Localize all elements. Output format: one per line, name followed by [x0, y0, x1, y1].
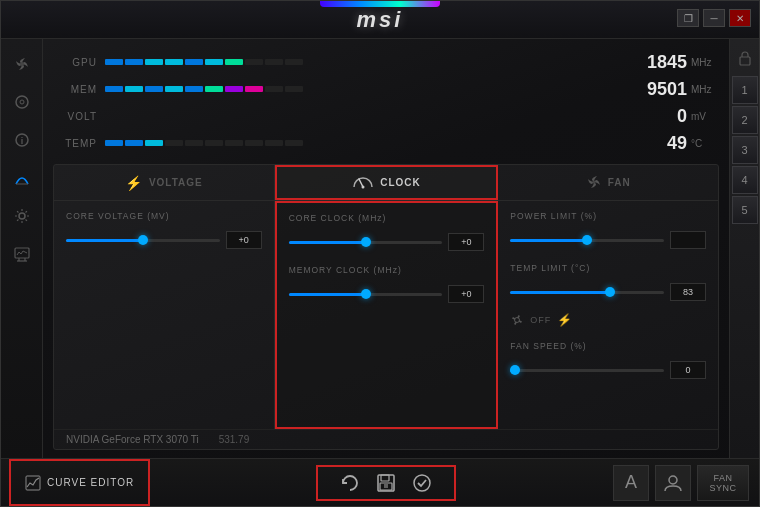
svg-point-0: [20, 62, 24, 66]
mem-clock-value-box[interactable]: +0: [448, 285, 484, 303]
bar-pip: [125, 86, 143, 92]
sidebar-item-monitor[interactable]: [5, 237, 39, 271]
apply-button[interactable]: [412, 473, 432, 493]
sidebar-item-settings[interactable]: [5, 199, 39, 233]
fan-off-label: OFF: [530, 315, 551, 325]
lock-icon: [732, 45, 758, 71]
bar-pip: [205, 59, 223, 65]
window-controls: ❐ ─ ✕: [677, 9, 751, 27]
bar-pip: [285, 86, 303, 92]
tab-fan[interactable]: FAN: [498, 165, 718, 200]
voltage-slider-track[interactable]: [66, 239, 220, 242]
voltage-slider-thumb[interactable]: [138, 235, 148, 245]
bar-pip: [165, 59, 183, 65]
curve-editor-button[interactable]: CURVE EDITOR: [9, 459, 150, 506]
bar-pip: [165, 86, 183, 92]
profile-2-button[interactable]: 2: [732, 106, 758, 134]
bar-pip: [225, 140, 243, 146]
curve-editor-label: CURVE EDITOR: [47, 477, 134, 488]
temp-monitor-row: TEMP 49 °C: [53, 132, 719, 154]
sidebar-item-profile[interactable]: [5, 85, 39, 119]
mem-label: MEM: [53, 84, 105, 95]
fan-settings-icon: [510, 313, 524, 327]
tab-voltage[interactable]: ⚡ VOLTAGE: [54, 165, 275, 200]
left-sidebar: i: [1, 39, 43, 458]
power-slider-fill: [510, 239, 587, 242]
fan-speed-slider-thumb[interactable]: [510, 365, 520, 375]
temp-slider-track[interactable]: [510, 291, 664, 294]
bar-pip: [225, 59, 243, 65]
volt-monitor-row: VOLT 0 mV: [53, 105, 719, 127]
minimize-button[interactable]: ─: [703, 9, 725, 27]
save-button[interactable]: [376, 473, 396, 493]
mem-clock-label: MEMORY CLOCK (MHz): [289, 265, 485, 275]
controls-grid: CORE VOLTAGE (MV) +0: [54, 201, 718, 429]
bar-pip: [225, 86, 243, 92]
mem-clock-slider-row: +0: [289, 285, 485, 303]
bar-pip: [145, 59, 163, 65]
power-slider-row: [510, 231, 706, 249]
tab-clock[interactable]: CLOCK: [275, 165, 499, 200]
core-clock-slider-fill: [289, 241, 366, 244]
controls-panel: ⚡ VOLTAGE CLOCK: [53, 164, 719, 450]
profile-1-button[interactable]: 1: [732, 76, 758, 104]
svg-point-22: [414, 475, 430, 491]
user-profile-button[interactable]: [655, 465, 691, 501]
temp-unit: °C: [689, 138, 719, 149]
temp-value: 49: [629, 133, 689, 154]
svg-point-1: [16, 96, 28, 108]
chart-icon: [25, 475, 41, 491]
fan-speed-value-box[interactable]: 0: [670, 361, 706, 379]
profile-3-button[interactable]: 3: [732, 136, 758, 164]
power-slider-track[interactable]: [510, 239, 664, 242]
bar-pip: [205, 140, 223, 146]
action-buttons-panel: [316, 465, 456, 501]
bar-pip: [245, 86, 263, 92]
close-button[interactable]: ✕: [729, 9, 751, 27]
profile-5-button[interactable]: 5: [732, 196, 758, 224]
profile-4-button[interactable]: 4: [732, 166, 758, 194]
temp-slider-thumb[interactable]: [605, 287, 615, 297]
core-clock-slider-thumb[interactable]: [361, 237, 371, 247]
voltage-value-box[interactable]: +0: [226, 231, 262, 249]
volt-label: VOLT: [53, 111, 105, 122]
power-value-box[interactable]: [670, 231, 706, 249]
fan-column: POWER LIMIT (%) TEMP LIMIT (°C): [498, 201, 718, 429]
restore-button[interactable]: ❐: [677, 9, 699, 27]
bar-pip: [205, 86, 223, 92]
mem-clock-slider-track[interactable]: [289, 293, 443, 296]
temp-value-box[interactable]: 83: [670, 283, 706, 301]
voltage-tab-label: VOLTAGE: [149, 177, 203, 188]
volt-unit: mV: [689, 111, 719, 122]
temp-slider-group: 83: [510, 283, 706, 301]
power-slider-thumb[interactable]: [582, 235, 592, 245]
fan-speed-slider-track[interactable]: [510, 369, 664, 372]
svg-point-23: [669, 476, 677, 484]
fan-sync-button[interactable]: FAN SYNC: [697, 465, 749, 501]
bar-pip: [105, 86, 123, 92]
sidebar-item-fan[interactable]: [5, 47, 39, 81]
apply-icon: [412, 473, 432, 493]
sidebar-item-oc[interactable]: [5, 161, 39, 195]
reset-button[interactable]: [340, 473, 360, 493]
svg-point-13: [592, 180, 595, 183]
clock-icon: [352, 173, 374, 192]
fan-speed-label: FAN SPEED (%): [510, 341, 706, 351]
clock-tab-label: CLOCK: [380, 177, 421, 188]
bar-pip: [165, 140, 183, 146]
tab-row: ⚡ VOLTAGE CLOCK: [54, 165, 718, 201]
sidebar-item-info[interactable]: i: [5, 123, 39, 157]
svg-rect-15: [740, 57, 750, 65]
svg-point-6: [19, 213, 25, 219]
core-clock-value-box[interactable]: +0: [448, 233, 484, 251]
save-icon: [376, 473, 396, 493]
volt-value: 0: [629, 106, 689, 127]
profile-a-label: A: [625, 472, 637, 493]
profile-a-button[interactable]: A: [613, 465, 649, 501]
mem-clock-slider-thumb[interactable]: [361, 289, 371, 299]
bar-pip: [245, 59, 263, 65]
mem-monitor-row: MEM 9501 MHz: [53, 78, 719, 100]
core-clock-slider-track[interactable]: [289, 241, 443, 244]
svg-point-2: [20, 100, 24, 104]
gpu-bar: [105, 57, 629, 67]
